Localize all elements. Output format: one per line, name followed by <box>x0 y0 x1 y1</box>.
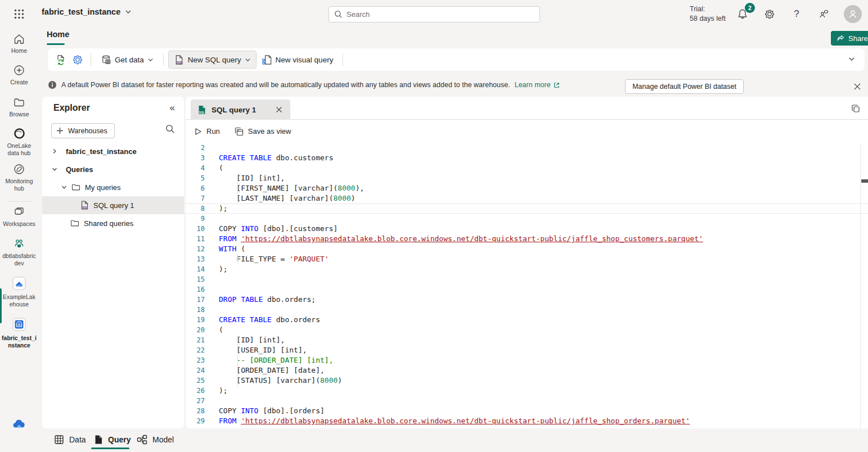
code-line[interactable]: 15 <box>186 274 868 284</box>
rail-item-monitoring-hub[interactable]: Monitoring hub <box>0 163 38 192</box>
code-line[interactable]: 20( <box>186 325 868 335</box>
feedback-icon[interactable] <box>815 5 833 23</box>
rail-item-home[interactable]: Home <box>0 33 38 55</box>
tab-close-icon[interactable] <box>273 104 285 115</box>
code-line[interactable]: 11FROM 'https://dbtlabsynapsedatalake.bl… <box>186 234 868 244</box>
code-line[interactable]: 27 <box>186 396 868 406</box>
share-icon <box>836 34 845 43</box>
code-text <box>205 396 219 406</box>
user-avatar[interactable] <box>844 5 862 23</box>
new-visual-query-button[interactable]: New visual query <box>257 51 339 69</box>
copy-icon[interactable] <box>851 104 861 114</box>
code-line[interactable]: 3CREATE TABLE dbo.customers <box>186 153 868 163</box>
new-sql-query-button[interactable]: SQL New SQL query <box>168 51 257 69</box>
table-grid-icon <box>54 435 64 445</box>
code-line[interactable]: 12WITH ( <box>186 244 868 254</box>
code-line[interactable]: 14); <box>186 264 868 274</box>
settings-icon[interactable] <box>761 5 779 23</box>
view-tab-model[interactable]: Model <box>137 431 174 448</box>
view-tab-label: Model <box>152 435 174 444</box>
chevron-down-icon[interactable] <box>61 184 68 190</box>
settings-gear-icon[interactable] <box>69 51 86 68</box>
chevron-right-icon[interactable] <box>51 148 58 154</box>
indent-guide <box>237 355 238 365</box>
view-tab-data[interactable]: Data <box>54 431 86 448</box>
save-as-view-button[interactable]: Save as view <box>235 127 291 136</box>
code-line[interactable]: 24 [ORDER_DATE] [date], <box>186 365 868 376</box>
rail-item-browse[interactable]: Browse <box>0 96 38 118</box>
code-line[interactable]: 7 [LAST_NAME] [varchar](8000) <box>186 193 868 204</box>
code-line[interactable]: 19CREATE TABLE dbo.orders <box>186 315 868 325</box>
rail-item-workspaces[interactable]: Workspaces <box>0 206 38 228</box>
global-search[interactable] <box>329 6 540 22</box>
rail-item-onelake-data-hub[interactable]: OneLake data hub <box>0 127 38 157</box>
app-launcher-icon[interactable] <box>11 6 27 22</box>
search-input[interactable] <box>347 10 534 19</box>
refresh-warehouse-icon[interactable] <box>52 51 69 68</box>
code-line[interactable]: 28COPY INTO [dbo].[orders] <box>186 406 868 416</box>
learn-more-label: Learn more <box>515 81 551 89</box>
code-line[interactable]: 17DROP TABLE dbo.orders; <box>186 295 868 305</box>
rail-label: Home <box>2 47 37 55</box>
line-number: 3 <box>186 153 205 163</box>
code-text: ); <box>205 386 228 396</box>
line-number: 29 <box>186 416 205 426</box>
rail-item-fabric-test-instance[interactable]: fabric_test_instance <box>0 317 38 349</box>
code-text: ( <box>205 325 223 335</box>
notifications-button[interactable]: 2 <box>734 5 752 23</box>
code-line[interactable]: 6 [FIRST_NAME] [varchar](8000), <box>186 183 868 193</box>
search-icon <box>334 10 343 19</box>
code-line[interactable]: 9 <box>186 214 868 224</box>
code-line[interactable]: 21 [ID] [int], <box>186 335 868 345</box>
tree-item-label: fabric_test_instance <box>66 147 137 156</box>
banner-close-icon[interactable] <box>851 80 864 93</box>
manage-default-dataset-button[interactable]: Manage default Power BI dataset <box>625 79 744 94</box>
tree-item-queries[interactable]: Queries <box>42 160 184 178</box>
code-line[interactable]: 26); <box>186 386 868 396</box>
rail-item-dbtlabsfabricdev[interactable]: dbtlabsfabricdev <box>0 237 38 267</box>
info-icon <box>48 80 57 89</box>
code-line[interactable]: 10COPY INTO [dbo].[customers] <box>186 224 868 234</box>
sql-code-editor[interactable]: 23CREATE TABLE dbo.customers4(5 [ID] [in… <box>186 143 868 428</box>
code-line[interactable]: 16 <box>186 284 868 295</box>
run-label: Run <box>206 127 220 135</box>
database-icon <box>101 55 111 65</box>
workspace-switcher[interactable]: fabric_test_instance <box>42 7 132 16</box>
code-text: ); <box>205 204 228 213</box>
view-tab-query[interactable]: Query <box>94 431 131 448</box>
share-button[interactable]: Share <box>831 31 868 46</box>
get-data-button[interactable]: Get data <box>96 51 159 69</box>
explorer-title: Explorer <box>53 103 90 113</box>
line-number: 2 <box>186 143 205 153</box>
code-line[interactable]: 4( <box>186 163 868 173</box>
code-line[interactable]: 23 -- [ORDER_DATE] [int], <box>186 355 868 365</box>
tree-item-sql-query-1[interactable]: SQL SQL query 1 <box>42 196 184 214</box>
editor-scrollbar[interactable] <box>860 143 861 428</box>
rail-item-examplelakehouse[interactable]: ExampleLakehouse <box>0 275 38 308</box>
code-line[interactable]: 8); <box>186 204 868 214</box>
run-button[interactable]: Run <box>194 127 220 135</box>
tree-item-my-queries[interactable]: My queries <box>42 178 184 196</box>
code-line[interactable]: 29FROM 'https://dbtlabsynapsedatalake.bl… <box>186 416 868 426</box>
add-warehouses-button[interactable]: Warehouses <box>51 123 115 138</box>
explorer-search-icon[interactable] <box>165 124 175 134</box>
code-line[interactable]: 13 FILE_TYPE = 'PARQUET' <box>186 254 868 264</box>
code-line[interactable]: 18 <box>186 305 868 315</box>
play-icon <box>194 128 202 135</box>
code-line[interactable]: 5 [ID] [int], <box>186 173 868 183</box>
collapse-panel-icon[interactable]: « <box>170 102 175 114</box>
code-line[interactable]: 2 <box>186 143 868 153</box>
line-number: 8 <box>186 204 205 213</box>
tree-item-warehouse[interactable]: fabric_test_instance <box>42 142 184 160</box>
ribbon-collapse-chevron-icon[interactable] <box>848 55 856 63</box>
code-line[interactable]: 22 [USER_ID] [int], <box>186 345 868 355</box>
tree-item-shared-queries[interactable]: Shared queries <box>42 214 184 232</box>
help-icon[interactable]: ? <box>788 5 806 23</box>
ribbon-tab-home[interactable]: Home <box>47 30 69 39</box>
rail-item-create[interactable]: Create <box>0 64 38 86</box>
chevron-down-icon[interactable] <box>51 166 58 172</box>
code-text <box>205 143 219 153</box>
code-line[interactable]: 25 [STATUS] [varchar](8000) <box>186 376 868 386</box>
learn-more-link[interactable]: Learn more <box>515 81 560 89</box>
tab-sql-query-1[interactable]: SQL SQL query 1 <box>191 100 290 120</box>
